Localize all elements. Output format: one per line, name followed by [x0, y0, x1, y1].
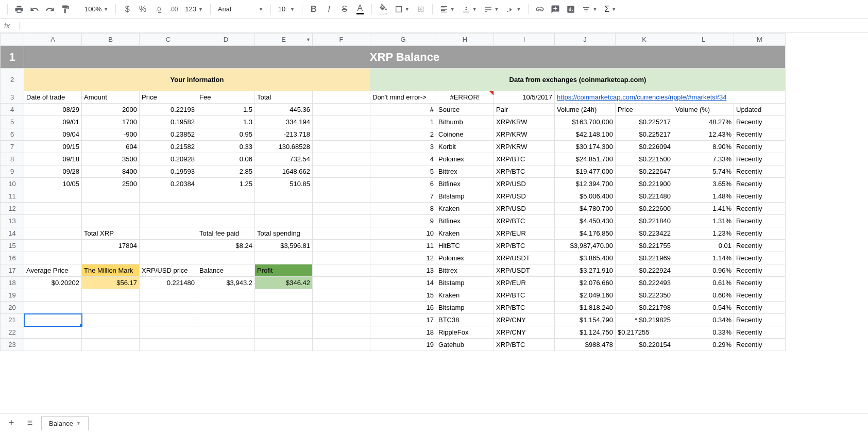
bold-button[interactable]: B [307, 2, 321, 16]
link-button[interactable] [533, 2, 547, 16]
borders-button[interactable]: ▼ [392, 2, 413, 16]
filter-button[interactable]: ▼ [579, 2, 600, 16]
functions-button[interactable]: Σ▼ [601, 2, 619, 16]
italic-button[interactable]: I [322, 2, 336, 16]
increase-decimal-button[interactable]: .00 [166, 2, 181, 16]
paint-format-button[interactable] [58, 2, 73, 16]
strike-button[interactable]: S [337, 2, 352, 16]
undo-button[interactable] [27, 2, 42, 16]
fontsize-select[interactable]: 10▼ [275, 2, 298, 16]
fill-color-button[interactable] [376, 2, 390, 16]
percent-button[interactable]: % [135, 2, 150, 16]
toolbar: 100%▼ $ % .0̲ .00 123▼ Arial▼ 10▼ B I S … [0, 0, 868, 19]
formula-input[interactable] [20, 22, 864, 29]
merge-button[interactable] [414, 2, 428, 16]
valign-button[interactable]: ▼ [459, 2, 480, 16]
wrap-button[interactable]: ▼ [481, 2, 502, 16]
print-button[interactable] [12, 2, 26, 16]
decrease-decimal-button[interactable]: .0̲ [151, 2, 165, 16]
zoom-select[interactable]: 100%▼ [81, 2, 111, 16]
more-formats-select[interactable]: 123▼ [182, 2, 206, 16]
text-color-button[interactable]: A [353, 2, 367, 16]
formula-bar: fx [0, 19, 868, 33]
halign-button[interactable]: ▼ [437, 2, 458, 16]
comment-button[interactable] [548, 2, 563, 16]
font-select[interactable]: Arial▼ [215, 2, 266, 16]
rotate-button[interactable]: ▼ [503, 2, 524, 16]
fx-icon: fx [4, 22, 20, 30]
currency-button[interactable]: $ [120, 2, 134, 16]
redo-button[interactable] [43, 2, 57, 16]
chart-button[interactable] [564, 2, 578, 16]
